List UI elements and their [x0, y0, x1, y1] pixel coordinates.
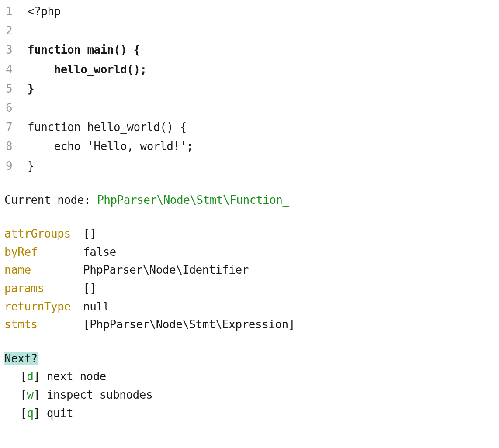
code-content: <?php — [21, 2, 61, 21]
bracket-open: [ — [20, 370, 27, 383]
prompt-label: Next? — [4, 352, 38, 365]
option-label: quit — [47, 407, 73, 420]
line-number: 7 — [0, 117, 21, 137]
line-number: 5 — [0, 79, 21, 98]
attr-row: namePhpParser\Node\Identifier — [4, 261, 499, 279]
code-block: 1<?php23function main() {4 hello_world()… — [0, 2, 499, 176]
attr-row: returnTypenull — [4, 298, 499, 316]
current-node-line: Current node: PhpParser\Node\Stmt\Functi… — [0, 191, 499, 210]
current-node-label: Current node: — [4, 193, 97, 207]
code-line: 1<?php — [0, 2, 499, 21]
bracket-open: [ — [20, 407, 27, 420]
option-label: next node — [47, 370, 106, 383]
line-number: 1 — [0, 2, 21, 21]
prompt-option[interactable]: [q] quit — [4, 404, 499, 423]
code-line: 7function hello_world() { — [0, 117, 499, 137]
attr-key: attrGroups — [4, 225, 83, 243]
code-content: hello_world(); — [21, 60, 147, 79]
code-content: } — [21, 156, 34, 176]
attr-value: null — [83, 298, 110, 316]
attr-value: [] — [83, 279, 96, 298]
line-number: 6 — [0, 98, 21, 117]
code-content — [21, 98, 28, 117]
prompt-block: Next? [d] next node[w] inspect subnodes[… — [0, 350, 499, 422]
attr-row: byReffalse — [4, 243, 499, 262]
line-number: 4 — [0, 60, 21, 79]
line-number: 3 — [0, 40, 21, 59]
prompt-option[interactable]: [d] next node — [4, 368, 499, 386]
attr-key: params — [4, 279, 83, 298]
code-line: 6 — [0, 98, 499, 117]
option-key: q — [27, 407, 33, 420]
code-line: 4 hello_world(); — [0, 60, 499, 79]
code-content: } — [21, 79, 34, 98]
option-key: w — [27, 388, 33, 401]
node-attributes: attrGroups[]byReffalsenamePhpParser\Node… — [0, 225, 499, 334]
attr-value: false — [83, 243, 116, 262]
code-content — [21, 21, 28, 40]
bracket-close: ] — [33, 388, 46, 401]
option-key: d — [27, 370, 33, 383]
prompt-option[interactable]: [w] inspect subnodes — [4, 386, 499, 404]
attr-key: name — [4, 261, 83, 279]
code-content: echo 'Hello, world!'; — [21, 137, 193, 156]
attr-value: [] — [83, 225, 96, 243]
bracket-close: ] — [33, 370, 46, 383]
line-number: 8 — [0, 137, 21, 156]
attr-key: stmts — [4, 316, 83, 334]
line-number: 2 — [0, 21, 21, 40]
attr-key: byRef — [4, 243, 83, 262]
bracket-close: ] — [33, 407, 46, 420]
code-line: 9} — [0, 156, 499, 176]
bracket-open: [ — [20, 388, 27, 401]
attr-row: stmts[PhpParser\Node\Stmt\Expression] — [4, 316, 499, 334]
attr-value: [PhpParser\Node\Stmt\Expression] — [83, 316, 295, 334]
attr-row: attrGroups[] — [4, 225, 499, 243]
code-content: function main() { — [21, 40, 140, 59]
code-line: 8 echo 'Hello, world!'; — [0, 137, 499, 156]
current-node-value: PhpParser\Node\Stmt\Function_ — [97, 193, 289, 207]
option-label: inspect subnodes — [47, 388, 152, 401]
code-content: function hello_world() { — [21, 117, 187, 137]
attr-row: params[] — [4, 279, 499, 298]
attr-value: PhpParser\Node\Identifier — [83, 261, 249, 279]
attr-key: returnType — [4, 298, 83, 316]
code-line: 3function main() { — [0, 40, 499, 59]
code-line: 2 — [0, 21, 499, 40]
code-line: 5} — [0, 79, 499, 98]
line-number: 9 — [0, 156, 21, 176]
